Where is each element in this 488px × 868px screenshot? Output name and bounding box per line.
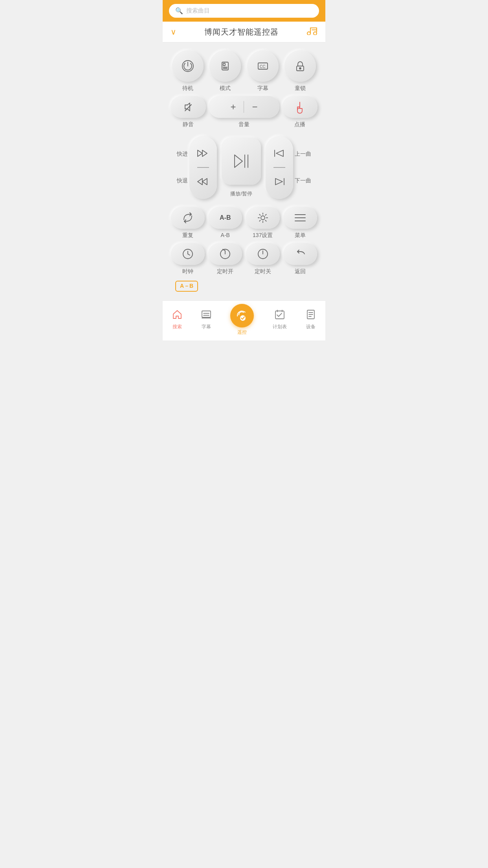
settings137-label: 137设置 — [253, 232, 273, 239]
svg-marker-19 — [202, 150, 207, 156]
transport-row: 快进 快退 播放/暂停 — [169, 132, 319, 203]
search-input-container[interactable]: 🔍 搜索曲目 — [169, 4, 319, 18]
prev-label: 上一曲 — [295, 151, 311, 158]
svg-point-4 — [314, 32, 317, 35]
volume-divider — [244, 101, 244, 113]
standby-button-group: 待机 — [172, 50, 204, 92]
svg-point-29 — [261, 216, 265, 220]
control-row-2: 静音 + − 音量 点播 — [169, 96, 319, 128]
svg-marker-20 — [202, 178, 207, 185]
nav-item-remote[interactable]: 遥控 — [230, 304, 254, 336]
svg-marker-22 — [235, 155, 242, 167]
ab-button-group: A-B A-B — [208, 207, 242, 239]
repeat-label: 重复 — [182, 232, 193, 239]
nav-subtitle-label: 字幕 — [202, 324, 211, 330]
timeroff-button[interactable] — [246, 243, 280, 265]
childlock-label: 童锁 — [295, 85, 306, 92]
ab-badge: A－B — [175, 281, 198, 292]
svg-marker-26 — [276, 150, 283, 156]
timeron-label: 定时开 — [217, 268, 233, 275]
fastforward-rewind-button[interactable] — [189, 136, 217, 199]
timeron-button[interactable] — [208, 243, 242, 265]
pill-divider-right — [273, 167, 285, 168]
next-label: 下一曲 — [295, 177, 311, 184]
back-button[interactable] — [283, 243, 317, 265]
search-icon: 🔍 — [175, 7, 183, 15]
menu-button[interactable] — [283, 207, 317, 229]
standby-label: 待机 — [182, 85, 193, 92]
ondemand-button[interactable] — [282, 96, 317, 118]
nav-search-label: 搜索 — [172, 324, 182, 330]
rewind-label: 快退 — [177, 177, 188, 184]
nav-item-search[interactable]: 搜索 — [172, 309, 182, 330]
home-icon — [172, 309, 182, 322]
ab-button[interactable]: A-B — [208, 207, 242, 229]
ab-label: A-B — [221, 232, 230, 238]
transport-right-labels: 上一曲 下一曲 — [295, 151, 311, 184]
menu-button-group: 菜单 — [283, 207, 317, 239]
childlock-button[interactable] — [284, 50, 316, 82]
search-placeholder: 搜索曲目 — [186, 7, 210, 15]
transport-left-labels: 快进 快退 — [177, 151, 188, 184]
volume-minus-icon[interactable]: − — [252, 101, 257, 112]
svg-marker-18 — [198, 150, 202, 156]
nav-item-schedule[interactable]: 计划表 — [273, 309, 287, 330]
remote-body: 待机 模式 CC 字幕 — [163, 42, 325, 300]
play-pause-button[interactable] — [222, 138, 261, 185]
settings137-button[interactable] — [246, 207, 280, 229]
back-label: 返回 — [295, 268, 306, 275]
prev-next-button[interactable] — [266, 136, 293, 199]
clock-label: 时钟 — [182, 268, 193, 275]
ondemand-button-group: 点播 — [282, 96, 317, 128]
fastforward-label: 快进 — [177, 151, 188, 158]
svg-rect-9 — [223, 63, 225, 66]
playlist-icon[interactable] — [306, 26, 317, 37]
svg-point-15 — [299, 68, 301, 69]
volume-plus-icon[interactable]: + — [230, 101, 236, 112]
clock-button[interactable] — [171, 243, 205, 265]
function-row-2: 时钟 定时开 定时关 — [169, 243, 319, 275]
timeroff-button-group: 定时关 — [246, 243, 280, 275]
subtitle-nav-icon — [201, 309, 211, 322]
function-row-1: 重复 A-B A-B 137设置 — [169, 207, 319, 239]
subtitle-button[interactable]: CC — [247, 50, 279, 82]
nav-remote-label: 遥控 — [237, 329, 247, 336]
header: ∨ 博闻天才智能遥控器 — [163, 22, 325, 42]
svg-text:CC: CC — [260, 64, 265, 69]
remote-center-button[interactable] — [230, 304, 254, 327]
childlock-button-group: 童锁 — [284, 50, 316, 92]
ab-badge-container: A－B — [169, 279, 319, 296]
ondemand-label: 点播 — [294, 121, 305, 128]
svg-line-35 — [188, 254, 190, 255]
mode-button-group: 模式 — [209, 50, 241, 92]
svg-marker-21 — [198, 178, 202, 185]
svg-rect-41 — [202, 311, 211, 317]
mute-button[interactable] — [171, 96, 206, 118]
subtitle-button-group: CC 字幕 — [247, 50, 279, 92]
volume-button-group: + − 音量 — [209, 96, 279, 128]
dropdown-chevron-icon[interactable]: ∨ — [171, 27, 176, 37]
page-title: 博闻天才智能遥控器 — [204, 27, 279, 37]
repeat-button[interactable] — [171, 207, 205, 229]
volume-label: 音量 — [238, 121, 250, 128]
back-button-group: 返回 — [283, 243, 317, 275]
volume-button[interactable]: + − — [209, 96, 279, 118]
search-bar: 🔍 搜索曲目 — [163, 0, 325, 22]
bottom-nav: 搜索 字幕 遥控 — [163, 300, 325, 340]
play-pause-label: 播放/暂停 — [230, 190, 252, 197]
mode-button[interactable] — [209, 50, 241, 82]
circle-button-row: 待机 模式 CC 字幕 — [169, 50, 319, 92]
ab-text: A-B — [220, 214, 231, 221]
standby-button[interactable] — [172, 50, 204, 82]
timeroff-label: 定时关 — [255, 268, 271, 275]
nav-item-settings[interactable]: 设备 — [306, 309, 316, 330]
repeat-button-group: 重复 — [171, 207, 205, 239]
nav-item-subtitle[interactable]: 字幕 — [201, 309, 211, 330]
svg-marker-28 — [275, 178, 283, 185]
nav-settings-label: 设备 — [306, 324, 316, 330]
transport-center: 播放/暂停 — [217, 138, 266, 197]
pill-divider — [197, 167, 209, 168]
timeron-button-group: 定时开 — [208, 243, 242, 275]
mute-label: 静音 — [183, 121, 194, 128]
menu-label: 菜单 — [295, 232, 306, 239]
